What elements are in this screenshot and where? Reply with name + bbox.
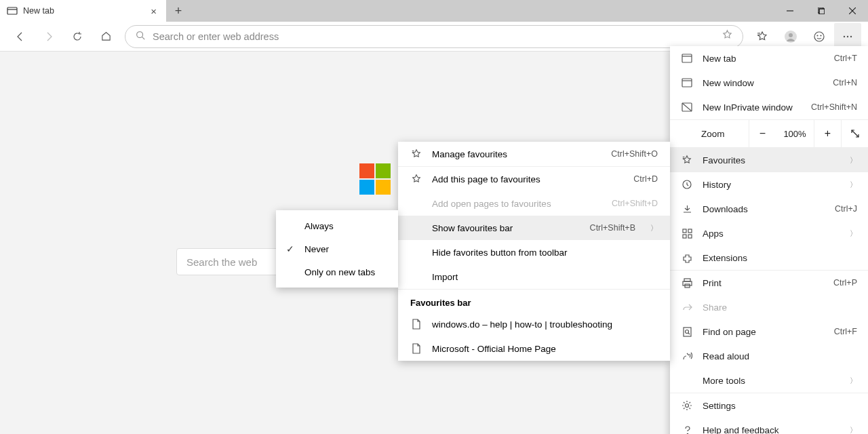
minimize-button[interactable] [774,0,806,22]
svg-rect-22 [682,79,692,87]
check-icon: ✓ [284,243,296,254]
svg-point-8 [137,31,143,37]
menu-apps[interactable]: Apps〉 [670,221,868,245]
svg-rect-29 [688,229,692,233]
svg-line-9 [142,37,145,39]
menu-zoom: Zoom − 100% + [670,119,868,148]
main-menu: New tabCtrl+T New windowCtrl+N New InPri… [670,46,868,434]
svg-rect-4 [819,9,825,14]
home-button[interactable] [92,23,119,50]
chevron-right-icon: 〉 [850,376,857,386]
submenu-show-favourites-bar[interactable]: Show favourites barCtrl+Shift+B〉 [398,216,670,240]
star-icon [681,155,693,165]
submenu-import[interactable]: Import [398,264,670,289]
svg-point-13 [789,33,793,37]
flyout-only-new-tabs[interactable]: Only on new tabs [276,260,398,283]
flyout-never[interactable]: ✓Never [276,237,398,260]
refresh-button[interactable] [64,23,91,50]
microsoft-logo [359,163,391,195]
flyout-always[interactable]: Always [276,214,398,237]
menu-read-aloud[interactable]: Read aloud [670,344,868,368]
submenu-hide-favorites-button[interactable]: Hide favorites button from toolbar [398,240,670,264]
svg-rect-28 [683,229,686,233]
svg-point-18 [847,35,848,37]
svg-point-15 [817,35,818,36]
menu-downloads[interactable]: DownloadsCtrl+J [670,197,868,221]
zoom-value: 100% [776,129,814,139]
svg-rect-32 [684,279,690,281]
favourite-link-1[interactable]: windows.do – help | how-to | troubleshoo… [398,312,670,336]
fullscreen-button[interactable] [841,119,868,148]
svg-line-37 [688,333,690,334]
menu-find[interactable]: Find on pageCtrl+F [670,319,868,344]
help-icon [681,425,693,435]
tab-title: New tab [23,6,54,16]
star-icon [410,174,422,184]
svg-point-16 [821,35,821,36]
window-icon [681,54,693,63]
zoom-out-button[interactable]: − [749,119,776,148]
menu-extensions[interactable]: Extensions [670,245,868,270]
favourites-submenu: Manage favouritesCtrl+Shift+O Add this p… [398,142,670,361]
svg-rect-30 [683,235,686,238]
menu-inprivate[interactable]: New InPrivate windowCtrl+Shift+N [670,95,868,119]
menu-favourites[interactable]: Favourites〉 [670,148,868,172]
svg-point-36 [685,330,688,333]
menu-help[interactable]: Help and feedback〉 [670,418,868,434]
submenu-add-page[interactable]: Add this page to favouritesCtrl+D [398,167,670,191]
window-controls [774,0,868,22]
menu-share: Share [670,295,868,319]
print-icon [681,278,693,288]
submenu-add-open-pages: Add open pages to favouritesCtrl+Shift+D [398,191,670,216]
history-icon [681,179,693,190]
chevron-right-icon: 〉 [850,155,857,165]
page-icon [410,343,422,354]
svg-point-14 [814,32,824,41]
chevron-right-icon: 〉 [850,180,857,190]
new-tab-button[interactable]: + [166,0,191,22]
svg-rect-20 [682,54,692,62]
menu-new-tab[interactable]: New tabCtrl+T [670,46,868,71]
close-tab-button[interactable]: × [148,5,159,17]
menu-more-tools[interactable]: More tools〉 [670,368,868,393]
find-icon [681,327,693,337]
read-aloud-icon [681,351,693,361]
address-input[interactable] [153,31,715,42]
forward-button[interactable] [35,23,62,50]
menu-history[interactable]: History〉 [670,172,868,197]
svg-point-38 [686,404,689,408]
browser-tab[interactable]: New tab × [0,0,166,22]
svg-point-19 [850,35,852,37]
apps-icon [681,229,693,239]
menu-print[interactable]: PrintCtrl+P [670,271,868,295]
svg-rect-31 [688,235,692,238]
favourite-link-2[interactable]: Microsoft - Official Home Page [398,336,670,361]
back-button[interactable] [7,23,34,50]
chevron-right-icon: 〉 [650,223,658,233]
maximize-button[interactable] [806,0,837,22]
zoom-in-button[interactable]: + [814,119,841,148]
favourites-bar-header: Favourites bar [398,290,670,312]
search-placeholder: Search the web [186,256,257,268]
inprivate-icon [681,102,693,112]
favorite-star-icon[interactable] [722,29,733,43]
download-icon [681,204,693,214]
svg-rect-33 [683,281,692,285]
star-list-icon [410,149,422,159]
chevron-right-icon: 〉 [850,425,857,435]
svg-point-17 [844,35,845,37]
submenu-manage-favourites[interactable]: Manage favouritesCtrl+Shift+O [398,142,670,166]
page-icon [410,319,422,330]
zoom-label: Zoom [670,129,749,139]
chevron-right-icon: 〉 [850,229,857,239]
menu-new-window[interactable]: New windowCtrl+N [670,71,868,95]
svg-rect-35 [684,328,691,336]
window-icon [681,78,693,87]
svg-rect-0 [7,7,17,14]
close-window-button[interactable] [837,0,868,22]
menu-settings[interactable]: Settings [670,393,868,418]
tab-bar: New tab × + [0,0,868,22]
show-favourites-bar-flyout: Always ✓Never Only on new tabs [276,210,398,288]
gear-icon [681,400,693,411]
address-bar[interactable] [125,25,743,48]
